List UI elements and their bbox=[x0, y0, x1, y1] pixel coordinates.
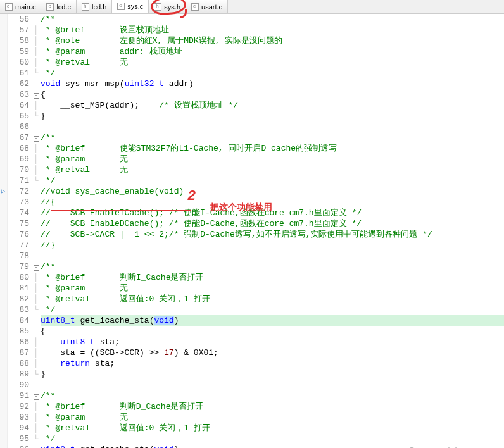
fold-marker[interactable]: │ bbox=[32, 412, 41, 423]
fold-marker[interactable]: │ bbox=[32, 100, 41, 111]
fold-marker[interactable]: │ bbox=[32, 35, 41, 46]
line-number: 88 bbox=[8, 358, 29, 369]
code-line[interactable]: // SCB->CACR |= 1 << 2;/* 强制D-Cache透写,如不… bbox=[41, 229, 504, 240]
code-line[interactable]: /** bbox=[41, 390, 504, 401]
token: * @retval 无 bbox=[41, 165, 128, 175]
code-line[interactable]: * @param addr: 栈顶地址 bbox=[41, 46, 504, 57]
fold-marker[interactable]: │ bbox=[32, 423, 41, 433]
code-line[interactable]: * @brief 使能STM32F7的L1-Cache, 同时开启D cache… bbox=[41, 143, 504, 154]
line-number: 87 bbox=[8, 347, 29, 358]
code-line[interactable]: return sta; bbox=[41, 358, 504, 369]
fold-marker[interactable]: └ bbox=[32, 369, 41, 380]
code-line[interactable]: * @retval 无 bbox=[41, 57, 504, 68]
fold-marker[interactable]: - bbox=[32, 132, 41, 143]
fold-marker[interactable]: - bbox=[32, 89, 41, 100]
code-line[interactable]: * @retval 返回值:0 关闭，1 打开 bbox=[41, 294, 504, 304]
fold-marker[interactable] bbox=[32, 240, 41, 251]
code-line[interactable]: uint8_t get_icache_sta(void) bbox=[41, 315, 504, 326]
fold-marker[interactable]: │ bbox=[32, 165, 41, 175]
fold-marker[interactable] bbox=[32, 197, 41, 208]
token: return bbox=[60, 359, 90, 368]
token: /** bbox=[41, 133, 55, 142]
code-line[interactable]: { bbox=[41, 326, 504, 337]
code-line[interactable]: //{ bbox=[41, 197, 504, 208]
code-line[interactable]: //} bbox=[41, 240, 504, 251]
fold-marker[interactable] bbox=[32, 251, 41, 261]
code-line[interactable]: uint8_t sta; bbox=[41, 337, 504, 347]
fold-marker[interactable] bbox=[32, 78, 41, 89]
token: // SCB->CACR |= 1 << 2;/* 强制D-Cache透写,如不… bbox=[41, 230, 432, 239]
code-line[interactable]: * @brief 判断D_Cache是否打开 bbox=[41, 401, 504, 412]
fold-marker[interactable]: └ bbox=[32, 68, 41, 78]
code-line[interactable]: sta = ((SCB->CCR) >> 17) & 0X01; bbox=[41, 347, 504, 358]
code-line[interactable]: * @param 无 bbox=[41, 412, 504, 423]
code-line[interactable]: * @brief 判断I_Cache是否打开 bbox=[41, 272, 504, 283]
fold-marker[interactable]: - bbox=[32, 326, 41, 337]
tab-sys-h[interactable]: sys.h bbox=[149, 0, 186, 13]
code-line[interactable]: void sys_msr_msp(uint32_t addr) bbox=[41, 78, 504, 89]
code-line[interactable]: * @brief 设置栈顶地址 bbox=[41, 25, 504, 35]
fold-marker[interactable]: └ bbox=[32, 111, 41, 121]
code-line[interactable]: * @retval 返回值:0 关闭，1 打开 bbox=[41, 423, 504, 433]
code-line[interactable]: */ bbox=[41, 68, 504, 78]
code-line[interactable]: } bbox=[41, 111, 504, 121]
fold-marker[interactable]: │ bbox=[32, 25, 41, 35]
fold-marker[interactable] bbox=[32, 186, 41, 197]
fold-marker[interactable]: │ bbox=[32, 57, 41, 68]
fold-marker[interactable]: │ bbox=[32, 294, 41, 304]
fold-marker[interactable]: └ bbox=[32, 175, 41, 186]
code-line[interactable]: // SCB_EnableDCache(); /* 使能D-Cache,函数在c… bbox=[41, 218, 504, 229]
fold-marker[interactable]: - bbox=[32, 390, 41, 401]
fold-marker[interactable] bbox=[32, 208, 41, 218]
tab-usart-c[interactable]: usart.c bbox=[186, 0, 228, 13]
fold-marker[interactable]: │ bbox=[32, 401, 41, 412]
fold-marker[interactable]: │ bbox=[32, 143, 41, 154]
code-line[interactable] bbox=[41, 251, 504, 261]
fold-marker[interactable]: - bbox=[32, 261, 41, 272]
tab-main-c[interactable]: main.c bbox=[0, 0, 41, 13]
code-line[interactable]: /** bbox=[41, 132, 504, 143]
code-line[interactable]: //void sys_cache_enable(void) bbox=[41, 186, 504, 197]
code-line[interactable]: */ bbox=[41, 175, 504, 186]
fold-marker[interactable]: │ bbox=[32, 347, 41, 358]
fold-marker[interactable]: │ bbox=[32, 358, 41, 369]
code-line[interactable]: __set_MSP(addr); /* 设置栈顶地址 */ bbox=[41, 100, 504, 111]
code-line[interactable]: * @retval 无 bbox=[41, 165, 504, 175]
fold-marker[interactable]: └ bbox=[32, 304, 41, 315]
fold-marker[interactable]: │ bbox=[32, 46, 41, 57]
fold-marker[interactable]: │ bbox=[32, 154, 41, 165]
token: /** bbox=[41, 391, 55, 401]
code-line[interactable]: */ bbox=[41, 304, 504, 315]
fold-marker[interactable]: - bbox=[32, 14, 41, 25]
code-line[interactable] bbox=[41, 121, 504, 132]
code-line[interactable]: { bbox=[41, 89, 504, 100]
code-line[interactable]: */ bbox=[41, 433, 504, 444]
fold-marker[interactable] bbox=[32, 444, 41, 448]
code-line[interactable]: // SCB_EnableICache(); /* 使能I-Cache,函数在c… bbox=[41, 208, 504, 218]
tab-sys-c[interactable]: sys.c bbox=[112, 0, 149, 13]
fold-marker[interactable] bbox=[32, 380, 41, 390]
fold-marker[interactable]: └ bbox=[32, 433, 41, 444]
fold-marker[interactable] bbox=[32, 315, 41, 326]
breakpoint-marker[interactable]: ▷ bbox=[1, 186, 5, 197]
fold-marker[interactable] bbox=[32, 218, 41, 229]
code-line[interactable]: * @param 无 bbox=[41, 154, 504, 165]
tab-lcd-h[interactable]: lcd.h bbox=[77, 0, 112, 13]
fold-marker[interactable]: │ bbox=[32, 272, 41, 283]
code-line[interactable]: /** bbox=[41, 14, 504, 25]
code-line[interactable] bbox=[41, 380, 504, 390]
fold-column[interactable]: -││││└-│└-│││└-│││└-│││└-│││└- bbox=[32, 14, 41, 448]
tab-lcd-c[interactable]: lcd.c bbox=[41, 0, 77, 13]
code-line[interactable]: /** bbox=[41, 261, 504, 272]
line-number: 73 bbox=[8, 197, 29, 208]
fold-marker[interactable] bbox=[32, 121, 41, 132]
fold-marker[interactable]: │ bbox=[32, 337, 41, 347]
code-area[interactable]: /** * @brief 设置栈顶地址 * @note 左侧的红X, 属于MDK… bbox=[41, 14, 504, 448]
code-editor[interactable]: ▷ 56575859606162636465666768697071727374… bbox=[0, 14, 504, 448]
code-line[interactable]: * @note 左侧的红X, 属于MDK误报, 实际是没问题的 bbox=[41, 35, 504, 46]
token: void bbox=[154, 316, 173, 325]
code-line[interactable]: } bbox=[41, 369, 504, 380]
fold-marker[interactable]: │ bbox=[32, 283, 41, 294]
code-line[interactable]: * @param 无 bbox=[41, 283, 504, 294]
fold-marker[interactable] bbox=[32, 229, 41, 240]
